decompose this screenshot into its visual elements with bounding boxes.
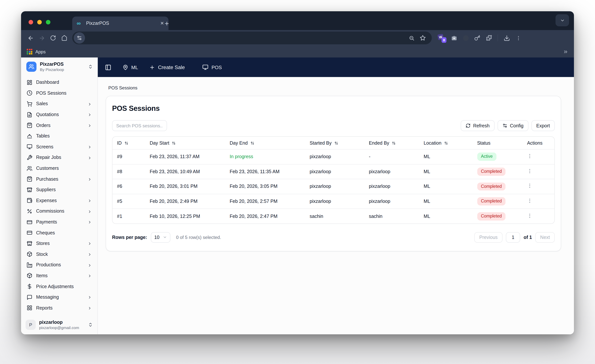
create-sale-button[interactable]: Create Sale [149,64,185,70]
sidebar-item-tables[interactable]: Tables [24,131,94,141]
row-actions-button[interactable] [527,198,533,204]
downloads-icon[interactable] [504,35,510,41]
disabled-extension-icon[interactable] [463,35,469,41]
config-sliders-icon [502,123,507,128]
extensions-puzzle-icon[interactable] [486,35,492,41]
chevron-right-icon [88,209,92,213]
next-page-button[interactable]: Next [535,232,555,243]
row-actions-button[interactable] [527,153,533,159]
kebab-icon [527,153,533,159]
home-button[interactable] [59,32,70,44]
sidebar-item-purchases[interactable]: Purchases [24,174,94,185]
cell-id: #1 [113,209,145,224]
sidebar-item-payments[interactable]: Payments [24,217,94,227]
back-button[interactable] [25,32,36,44]
location-selector[interactable]: ML [123,64,138,70]
apps-bookmark[interactable]: Apps [35,49,46,54]
sidebar-item-repair-jobs[interactable]: Repair Jobs [24,152,94,163]
sidebar-item-label: Price Adjustments [36,284,92,289]
bookmark-star-icon[interactable] [420,35,426,41]
export-label: Export [536,123,550,128]
browser-window: ∞ PixzarPOS ✕ + [21,11,574,334]
column-header-id[interactable]: ID [113,137,145,149]
sidebar-item-label: Sales [36,101,84,106]
column-header-ended-by[interactable]: Ended By [364,137,419,149]
column-header-day-start[interactable]: Day Start [145,137,225,149]
zoom-icon[interactable] [409,35,414,41]
column-header-actions: Actions [523,137,554,149]
close-window-button[interactable] [28,20,33,24]
sidebar-item-sales[interactable]: Sales [24,98,94,109]
sidebar-item-orders[interactable]: Orders [24,120,94,131]
sort-icon [392,141,396,145]
app-logo-icon [26,62,36,72]
row-actions-button[interactable] [527,183,533,189]
column-header-started-by[interactable]: Started By [305,137,364,149]
status-badge: Completed [477,197,505,206]
export-button[interactable]: Export [531,120,555,131]
address-bar[interactable] [72,32,432,44]
sidebar-item-stock[interactable]: Stock [24,249,94,260]
reload-button[interactable] [47,32,59,44]
cell-id: #5 [113,194,145,209]
cell-day-end: In progress [225,149,305,164]
page-number-input[interactable] [506,232,520,243]
browser-menu-icon[interactable] [516,35,521,41]
sidebar-item-commissions[interactable]: Commissions [24,206,94,217]
grid-icon [27,305,32,311]
sidebar-item-label: POS Sessions [36,90,92,96]
sidebar-item-price-adjustments[interactable]: Price Adjustments [24,281,94,292]
pos-button[interactable]: POS [203,64,222,70]
sidebar-item-label: Quotations [36,112,84,117]
sidebar-item-screens[interactable]: Screens [24,141,94,152]
sidebar-item-label: Repair Jobs [36,155,84,160]
app-root: PixzarPOS By Pixzarloop DashboardPOS Ses… [21,57,574,334]
wappalyzer-extension-icon[interactable]: W 8 [438,34,445,42]
config-button[interactable]: Config [497,120,528,131]
sidebar-item-suppliers[interactable]: Suppliers [24,185,94,195]
user-menu[interactable]: P pixzarloop pixzarloop@gmail.com [21,317,97,334]
forward-button[interactable] [36,32,47,44]
new-tab-button[interactable]: + [165,20,169,28]
minimize-window-button[interactable] [37,20,42,24]
sidebar-item-cheques[interactable]: Cheques [24,227,94,238]
sidebar-item-pos-sessions[interactable]: POS Sessions [24,88,94,98]
sort-icon [124,141,128,145]
rows-per-page-select[interactable]: 10 [151,232,170,243]
sidebar-item-label: Payments [36,219,84,225]
sidebar-item-messaging[interactable]: Messaging [24,292,94,302]
refresh-button[interactable]: Refresh [461,120,495,131]
sidebar-item-expenses[interactable]: Expenses [24,195,94,206]
browser-tab[interactable]: ∞ PixzarPOS ✕ [72,17,169,30]
row-actions-button[interactable] [527,168,533,174]
column-label: ID [117,140,122,145]
workspace-switcher[interactable]: PixzarPOS By Pixzarloop [21,57,97,74]
sidebar-item-customers[interactable]: Customers [24,163,94,174]
pagination: Previous of 1 Next [475,232,555,243]
sidebar-item-productions[interactable]: Productions [24,260,94,270]
sidebar-item-label: Stock [36,252,84,257]
sidebar-item-items[interactable]: Items [24,270,94,281]
zoom-window-button[interactable] [46,20,50,24]
tab-close-icon[interactable]: ✕ [160,21,164,26]
sidebar-item-quotations[interactable]: Quotations [24,109,94,120]
tab-search-button[interactable] [555,14,569,26]
cell-ended-by: pixzarloop [364,179,419,194]
cell-actions [523,194,554,209]
sidebar-item-reports[interactable]: Reports [24,302,94,313]
sidebar-item-dashboard[interactable]: Dashboard [24,77,94,88]
site-settings-button[interactable] [74,32,85,44]
sidebar-toggle-button[interactable] [105,64,111,70]
column-header-day-end[interactable]: Day End [225,137,305,149]
credit-card-icon [27,219,32,225]
camera-extension-icon[interactable] [451,35,457,41]
row-actions-button[interactable] [527,213,533,219]
main-area: ML Create Sale POS POS Sessions [98,57,574,334]
bookmarks-overflow-button[interactable] [563,48,568,55]
previous-page-button[interactable]: Previous [475,232,503,243]
sidebar-item-stores[interactable]: Stores [24,238,94,249]
search-input[interactable] [112,120,167,131]
config-label: Config [510,123,523,128]
column-header-location[interactable]: Location [419,137,473,149]
keys-extension-icon[interactable] [474,35,480,41]
